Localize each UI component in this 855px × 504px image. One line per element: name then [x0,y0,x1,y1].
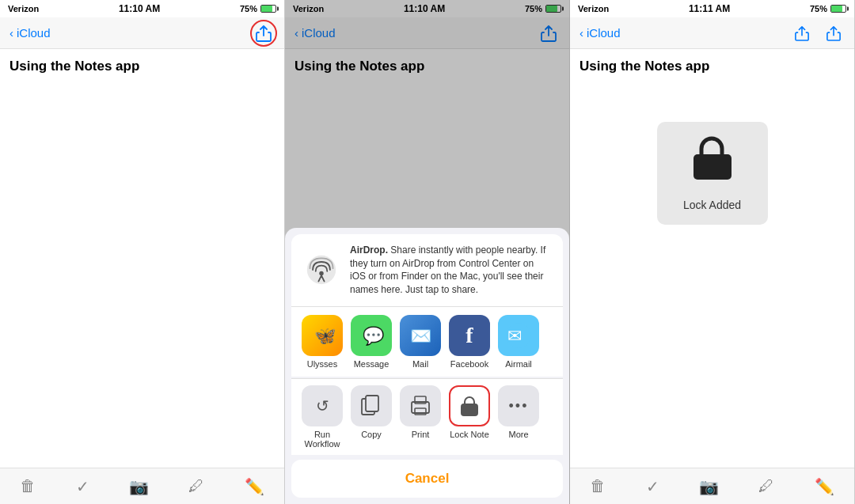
cancel-button[interactable]: Cancel [291,460,563,498]
left-toolbar-pen[interactable]: 🖊 [188,477,204,495]
right-panel: Verizon 11:11 AM 75% ‹ iCloud [570,0,855,504]
lock-icon-large [692,135,733,191]
right-status-bar: Verizon 11:11 AM 75% [570,0,854,17]
app-message[interactable]: 💬 Message [347,315,396,369]
svg-text:✉: ✉ [507,326,522,346]
svg-point-0 [307,256,336,284]
more-icon: ••• [498,385,539,426]
share-circle-highlight [250,20,277,47]
left-panel: Verizon 11:10 AM 75% ‹ iCloud Using the … [0,0,285,504]
ulysses-icon: 🦋 [302,315,343,356]
left-battery-pct: 75% [240,4,257,13]
right-time: 11:11 AM [689,3,730,14]
action-copy[interactable]: Copy [347,385,396,449]
share-sheet: AirDrop. Share instantly with people nea… [285,228,569,504]
lock-card: Lock Added [657,122,768,225]
right-chevron-icon: ‹ [580,26,583,40]
right-toolbar-camera[interactable]: 📷 [699,477,719,496]
right-toolbar-check[interactable]: ✓ [646,477,659,496]
left-toolbar-check[interactable]: ✓ [76,477,89,496]
app-row: 🦋 Ulysses 💬 Message ✉️ Mail [291,307,563,377]
app-airmail[interactable]: ✉ Airmail [494,315,543,369]
right-share-icon-right [826,25,841,41]
right-status-icons: 75% [810,4,846,13]
action-run-workflow-label: RunWorkflow [304,430,340,449]
facebook-icon: f [449,315,490,356]
svg-text:💬: 💬 [363,325,385,347]
left-back-button[interactable]: ‹ iCloud [10,26,51,40]
right-share-button-right[interactable] [823,22,845,44]
right-carrier: Verizon [578,4,609,13]
left-carrier: Verizon [8,4,39,13]
print-icon [400,385,441,426]
right-toolbar-trash[interactable]: 🗑 [590,477,606,495]
left-toolbar-compose[interactable]: ✏️ [245,477,264,496]
airdrop-icon [304,252,339,287]
right-bottom-toolbar: 🗑 ✓ 📷 🖊 ✏️ [570,468,854,504]
action-run-workflow[interactable]: ↺ RunWorkflow [298,385,347,449]
right-toolbar-compose[interactable]: ✏️ [815,477,834,496]
app-ulysses-label: Ulysses [307,359,338,369]
middle-panel: Verizon 11:10 AM 75% ‹ iCloud Using the … [285,0,570,504]
right-back-button[interactable]: ‹ iCloud [580,26,621,40]
svg-rect-13 [694,154,732,180]
action-more[interactable]: ••• More [494,385,543,449]
app-facebook-label: Facebook [450,359,488,369]
left-status-icons: 75% [240,4,276,13]
left-time: 11:10 AM [119,3,160,14]
app-message-label: Message [354,359,390,369]
run-workflow-icon: ↺ [302,385,343,426]
left-battery [260,5,276,13]
action-lock-note[interactable]: Lock Note [445,385,494,449]
left-toolbar-trash[interactable]: 🗑 [20,477,36,495]
app-airmail-label: Airmail [505,359,532,369]
message-icon: 💬 [351,315,392,356]
right-nav-bar: ‹ iCloud [570,17,854,49]
app-mail[interactable]: ✉️ Mail [396,315,445,369]
lock-note-icon [449,385,490,426]
app-ulysses[interactable]: 🦋 Ulysses [298,315,347,369]
svg-text:🦋: 🦋 [314,325,336,347]
right-share-icon-left [795,25,809,41]
svg-text:✉️: ✉️ [410,325,432,347]
left-status-bar: Verizon 11:10 AM 75% [0,0,284,17]
action-print-label: Print [412,430,430,439]
left-chevron-icon: ‹ [10,26,13,40]
left-toolbar-camera[interactable]: 📷 [129,477,149,496]
right-back-label: iCloud [587,26,621,40]
action-copy-label: Copy [361,430,382,439]
action-more-label: More [508,430,528,439]
airdrop-section: AirDrop. Share instantly with people nea… [291,234,563,307]
left-nav-bar: ‹ iCloud [0,17,284,49]
left-back-label: iCloud [17,26,51,40]
action-row: ↺ RunWorkflow Copy [291,378,563,455]
action-print[interactable]: Print [396,385,445,449]
left-page-title: Using the Notes app [10,59,275,74]
right-page-title: Using the Notes app [580,59,845,74]
right-share-button-left[interactable] [791,22,813,44]
airdrop-title: AirDrop. [350,244,388,256]
airdrop-description: AirDrop. Share instantly with people nea… [350,244,550,297]
svg-rect-8 [366,396,378,411]
right-page-content: Using the Notes app Lock Added [570,49,854,468]
svg-point-1 [319,271,323,275]
app-facebook[interactable]: f Facebook [445,315,494,369]
left-share-button[interactable] [253,22,275,44]
airmail-icon: ✉ [498,315,539,356]
mail-icon: ✉️ [400,315,441,356]
action-lock-note-label: Lock Note [450,430,489,439]
app-mail-label: Mail [412,359,428,369]
svg-rect-12 [462,404,477,415]
right-toolbar-pen[interactable]: 🖊 [758,477,774,495]
copy-icon [351,385,392,426]
right-battery [830,5,846,13]
right-battery-pct: 75% [810,4,827,13]
left-page-content: Using the Notes app [0,49,284,468]
left-bottom-toolbar: 🗑 ✓ 📷 🖊 ✏️ [0,468,284,504]
lock-added-label: Lock Added [683,199,741,211]
